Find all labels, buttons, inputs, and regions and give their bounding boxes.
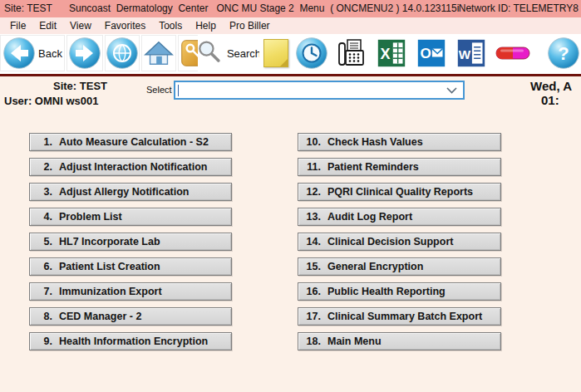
menu-button-2[interactable]: 2.Adjust Interaction Notification — [29, 158, 232, 176]
sticky-note-icon — [263, 39, 288, 67]
menu-button-14[interactable]: 14.Clinical Decision Support — [298, 233, 501, 251]
menu-button-18[interactable]: 18.Main Menu — [298, 332, 501, 350]
outlook-button[interactable]: O — [414, 35, 449, 71]
menu-button-5[interactable]: 5.HL7 Incorporate Lab — [29, 233, 232, 251]
sticky-note-button[interactable] — [259, 35, 293, 71]
button-number: 9. — [35, 336, 52, 347]
fax-icon — [335, 37, 368, 70]
forward-icon — [68, 37, 101, 70]
button-label: Adjust Allergy Notification — [59, 186, 190, 198]
button-label: Problem List — [59, 211, 122, 223]
button-label: General Encryption — [327, 261, 423, 272]
word-button[interactable]: W — [454, 35, 489, 71]
button-label: Clinical Decision Support — [327, 236, 453, 247]
menu-item-view[interactable]: View — [63, 20, 98, 32]
window-title: Suncoast Dermatology Center ONC MU Stage… — [69, 2, 459, 14]
network-id: Network ID: TELEMETRY8 — [459, 2, 579, 14]
button-label: Health Information Encryption — [59, 336, 208, 347]
svg-text:O: O — [421, 46, 431, 61]
menu-item-favorites[interactable]: Favorites — [98, 20, 152, 32]
select-combobox[interactable] — [174, 81, 465, 100]
back-button[interactable]: Back — [0, 35, 65, 71]
button-label: Auto Measure Calculation - S2 — [59, 136, 209, 148]
date-text: Wed, A — [530, 79, 572, 93]
button-number: 2. — [35, 161, 52, 173]
menu-button-17[interactable]: 17.Clinical Summary Batch Export — [298, 307, 501, 326]
help-button[interactable]: ? — [545, 35, 581, 71]
button-label: HL7 Incorporate Lab — [59, 236, 160, 247]
button-number: 8. — [35, 311, 52, 322]
globe-icon — [106, 37, 139, 70]
button-label: Clinical Summary Batch Export — [327, 311, 482, 322]
excel-icon: X — [377, 38, 406, 68]
search-button[interactable]: Search — [198, 35, 258, 71]
pill-icon — [495, 37, 531, 70]
button-label: Immunization Export — [59, 286, 162, 297]
menu-button-7[interactable]: 7.Immunization Export — [29, 282, 232, 301]
menu-item-help[interactable]: Help — [189, 20, 223, 32]
back-label: Back — [38, 47, 62, 60]
button-label: Patient List Creation — [59, 261, 160, 272]
svg-text:?: ? — [558, 43, 569, 64]
clock-icon — [295, 37, 328, 70]
fax-button[interactable] — [332, 35, 371, 71]
pill-button[interactable] — [494, 35, 532, 71]
menu-button-3[interactable]: 3.Adjust Allergy Notification — [29, 183, 232, 201]
button-label: Patient Reminders — [327, 161, 419, 173]
menu-button-9[interactable]: 9.Health Information Encryption — [29, 332, 232, 350]
menu-item-file[interactable]: File — [3, 20, 32, 32]
word-icon: W — [456, 38, 486, 68]
back-icon — [2, 37, 36, 70]
menu-button-11[interactable]: 11.Patient Reminders — [298, 158, 501, 176]
forward-button[interactable] — [66, 35, 103, 71]
help-icon: ? — [547, 37, 580, 70]
button-label: Adjust Interaction Notification — [59, 161, 207, 173]
menu-button-13[interactable]: 13.Audit Log Report — [298, 208, 501, 226]
menu-bar: FileEditViewFavoritesToolsHelpPro Biller — [0, 17, 581, 34]
button-number: 6. — [35, 261, 52, 272]
button-label: CED Manager - 2 — [59, 311, 141, 322]
menu-button-4[interactable]: 4.Problem List — [29, 208, 232, 226]
select-label: Select — [146, 85, 172, 95]
button-number: 7. — [35, 286, 52, 297]
session-user: User: OMNI ws001 — [4, 95, 98, 107]
menu-button-6[interactable]: 6.Patient List Creation — [29, 257, 232, 276]
button-label: Main Menu — [327, 336, 382, 347]
excel-button[interactable]: X — [374, 35, 409, 71]
toolbar: Back — [0, 34, 581, 75]
menu-button-10[interactable]: 10.Check Hash Values — [298, 133, 501, 151]
menu-button-15[interactable]: 15.General Encryption — [298, 257, 501, 276]
menu-button-12[interactable]: 12.PQRI Clinical Quality Reports — [298, 183, 501, 201]
menu-column-right: 10.Check Hash Values11.Patient Reminders… — [298, 133, 501, 357]
home-button[interactable] — [141, 35, 176, 71]
button-number: 18. — [303, 336, 321, 347]
menu-item-tools[interactable]: Tools — [152, 20, 189, 32]
button-label: Check Hash Values — [327, 136, 423, 148]
clock-button[interactable] — [293, 35, 331, 71]
session-site: Site: TEST — [53, 80, 107, 92]
button-number: 1. — [35, 136, 52, 148]
search-icon — [194, 38, 224, 68]
menu-button-8[interactable]: 8.CED Manager - 2 — [29, 307, 232, 326]
menu-button-16[interactable]: 16.Public Health Reporting — [298, 282, 501, 301]
button-number: 12. — [303, 186, 321, 198]
globe-button[interactable] — [105, 35, 140, 71]
menu-button-1[interactable]: 1.Auto Measure Calculation - S2 — [29, 133, 232, 151]
button-number: 11. — [303, 161, 321, 173]
button-number: 3. — [35, 186, 52, 198]
text-caret — [178, 85, 179, 96]
button-number: 10. — [303, 136, 321, 148]
title-bar: Site: TEST Suncoast Dermatology Center O… — [0, 0, 581, 17]
svg-text:X: X — [381, 46, 391, 62]
button-label: Public Health Reporting — [327, 286, 446, 297]
menu-item-pro-biller[interactable]: Pro Biller — [223, 20, 277, 32]
main-content: Site: TEST User: OMNI ws001 Select Wed, … — [0, 76, 581, 392]
menu-item-edit[interactable]: Edit — [32, 20, 63, 32]
button-number: 17. — [303, 311, 321, 322]
outlook-icon: O — [416, 38, 446, 68]
button-label: PQRI Clinical Quality Reports — [327, 186, 473, 198]
svg-text:W: W — [459, 47, 471, 61]
chevron-down-icon[interactable] — [446, 87, 457, 94]
home-icon — [143, 37, 175, 69]
titlebar-site: Site: TEST — [4, 2, 52, 14]
